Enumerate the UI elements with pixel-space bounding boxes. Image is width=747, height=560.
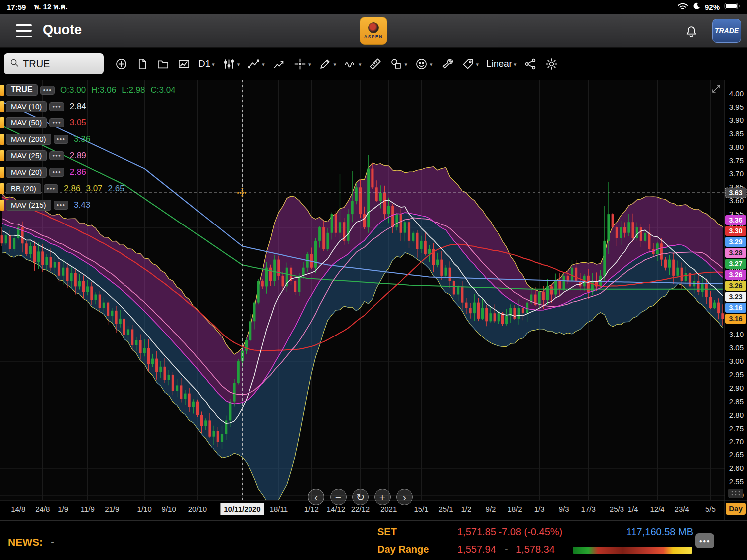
scale-select[interactable]: Linear▾ — [485, 57, 517, 71]
zoom-in-button[interactable]: + — [374, 489, 391, 505]
legend-handle[interactable] — [0, 183, 4, 194]
legend-options-button[interactable]: ●●● — [44, 184, 59, 193]
set-index-value: 1,571.85 -7.08 (-0.45%) — [457, 526, 562, 538]
chevron-down-icon: ▾ — [359, 61, 362, 68]
menu-button[interactable] — [16, 24, 32, 37]
share-button[interactable] — [523, 56, 538, 72]
legend-label-bb-20[interactable]: BB (20) — [6, 183, 41, 194]
market-footer: NEWS: - SET 1,571.85 -7.08 (-0.45%) 117,… — [0, 520, 747, 560]
footer-more-button[interactable]: ●●● — [695, 533, 714, 548]
svg-text:1/12: 1/12 — [304, 505, 319, 513]
legend-label-symbol[interactable]: TRUE — [6, 84, 38, 96]
annotation-tool-icon — [415, 57, 428, 71]
svg-text:23/4: 23/4 — [675, 505, 689, 513]
legend-handle[interactable] — [0, 134, 4, 145]
draw-tool[interactable]: ▾ — [317, 56, 337, 72]
add-symbol-button-icon — [115, 57, 128, 71]
legend-options-button[interactable]: ●●● — [54, 201, 69, 210]
legend-options-button[interactable]: ●●● — [54, 135, 69, 144]
signal-tool[interactable] — [271, 56, 287, 72]
trade-button[interactable]: TRADE — [712, 19, 741, 43]
annotation-tool[interactable]: ▾ — [414, 56, 434, 72]
svg-text:3.10: 3.10 — [729, 330, 744, 338]
aspen-quote-app: 17:59 พ. 12 พ.ค. 92% Quote ASPEN TRADE T… — [0, 0, 747, 560]
svg-text:3.90: 3.90 — [729, 116, 744, 124]
legend-row-mav-25: MAV (25)●●●2.89 — [0, 149, 176, 162]
legend-options-button[interactable]: ●●● — [40, 86, 55, 95]
legend-row-mav-200: MAV (200)●●●3.36 — [0, 133, 176, 145]
legend-label-mav-200[interactable]: MAV (200) — [6, 134, 51, 145]
legend-label-mav-50[interactable]: MAV (50) — [6, 117, 47, 128]
legend-label-mav-20[interactable]: MAV (20) — [6, 167, 47, 178]
svg-text:Day: Day — [729, 504, 743, 513]
legend-label-mav-215[interactable]: MAV (215) — [6, 200, 51, 211]
battery-percent: 92% — [705, 3, 720, 11]
wave-tool[interactable]: ▾ — [343, 56, 363, 72]
svg-text:2.90: 2.90 — [729, 384, 744, 392]
legend-value: O:3.00 — [60, 85, 86, 95]
legend-row-mav-20: MAV (20)●●●2.86 — [0, 166, 176, 178]
tools-button[interactable] — [439, 56, 455, 72]
legend-options-button[interactable]: ●●● — [49, 168, 64, 177]
legend-handle[interactable] — [0, 117, 4, 128]
legend-handle[interactable] — [0, 167, 4, 178]
shapes-tool[interactable]: ▾ — [388, 56, 408, 72]
svg-text:10/11/2020: 10/11/2020 — [224, 505, 260, 513]
legend-value: 3.36 — [74, 134, 90, 144]
chart-settings-button[interactable] — [544, 56, 559, 72]
legend-label-mav-25[interactable]: MAV (25) — [6, 150, 47, 161]
notifications-button[interactable] — [684, 25, 698, 39]
legend-label-mav-10[interactable]: MAV (10) — [6, 101, 47, 112]
svg-text:1/4: 1/4 — [628, 505, 638, 513]
status-bar: 17:59 พ. 12 พ.ค. 92% — [0, 0, 747, 14]
svg-text:2.70: 2.70 — [729, 437, 744, 446]
expand-icon[interactable] — [711, 84, 721, 94]
legend-handle[interactable] — [0, 150, 4, 161]
legend-options-button[interactable]: ●●● — [49, 151, 64, 160]
legend-options-button[interactable]: ●●● — [49, 102, 64, 111]
svg-text:3.85: 3.85 — [729, 129, 744, 138]
new-chart-button[interactable] — [134, 56, 150, 72]
moon-icon — [693, 2, 700, 11]
symbol-search-input[interactable]: TRUE — [4, 53, 104, 74]
svg-text:3.63: 3.63 — [729, 189, 742, 197]
day-range-high: 1,578.34 — [516, 544, 555, 555]
svg-text:25/1: 25/1 — [438, 505, 453, 513]
svg-text:2021: 2021 — [380, 505, 397, 513]
add-symbol-button[interactable] — [114, 56, 129, 72]
chart-area[interactable]: 4.003.953.903.853.803.753.703.653.603.55… — [0, 80, 747, 520]
chevron-down-icon: ▾ — [404, 61, 407, 68]
legend-row-mav-215: MAV (215)●●●3.43 — [0, 199, 176, 211]
search-icon — [9, 57, 20, 70]
snapshot-button[interactable] — [176, 56, 192, 72]
svg-text:25/3: 25/3 — [610, 505, 624, 513]
svg-text:3.75: 3.75 — [729, 156, 744, 165]
draw-tool-icon — [318, 57, 332, 71]
signal-tool-icon — [272, 57, 286, 71]
legend-handle[interactable] — [0, 200, 4, 211]
tag-tool[interactable]: ▾ — [460, 56, 480, 72]
measure-tool[interactable] — [368, 56, 383, 72]
chevron-down-icon: ▾ — [430, 61, 433, 68]
svg-text:22/12: 22/12 — [351, 505, 370, 513]
legend-row-bb-20: BB (20)●●●2.863.072.65 — [0, 182, 176, 195]
open-chart-button[interactable] — [155, 56, 171, 72]
trendline-tool[interactable]: ▾ — [246, 56, 266, 72]
svg-text:12/4: 12/4 — [650, 505, 664, 513]
zoom-out-button[interactable]: − — [330, 489, 347, 505]
svg-text:2.75: 2.75 — [729, 424, 744, 433]
legend-handle[interactable] — [0, 101, 4, 112]
legend-handle[interactable] — [0, 85, 4, 96]
legend-options-button[interactable]: ●●● — [49, 118, 64, 127]
pan-left-button[interactable]: ‹ — [308, 489, 324, 505]
reset-view-button[interactable]: ↻ — [352, 489, 369, 505]
day-range-low: 1,557.94 — [457, 544, 496, 555]
chart-settings-button-icon — [545, 57, 558, 71]
tag-tool-icon — [461, 57, 475, 71]
measure-tool-icon — [369, 57, 382, 71]
pan-right-button[interactable]: › — [396, 489, 413, 505]
crosshair-tool[interactable]: ▾ — [292, 56, 312, 72]
interval-select[interactable]: D1▾ — [197, 57, 216, 71]
chevron-down-icon: ▾ — [308, 61, 311, 68]
indicators-menu[interactable]: ▾ — [221, 56, 241, 72]
